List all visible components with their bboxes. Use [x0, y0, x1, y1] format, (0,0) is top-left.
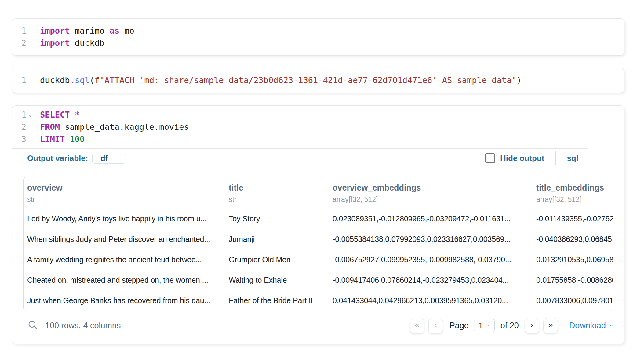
page-total: of 20 [500, 321, 519, 330]
table-cell: 0.0132910535,0.06958 [533, 255, 613, 264]
column-type: array[f32, 512] [333, 195, 529, 204]
code-token: sql [75, 75, 90, 85]
code-text: FROM sample_data.kaggle.movies [40, 121, 189, 133]
chevron-left-icon: ‹ [434, 320, 437, 330]
output-variable-label: Output variable: [27, 154, 88, 163]
page-label: Page [450, 321, 469, 330]
code-token: duckdb [40, 75, 70, 85]
code-token: sample_data.kaggle.movies [60, 122, 189, 132]
code-token: f"ATTACH 'md:_share/sample_data/23b0d623… [95, 75, 517, 85]
table-cell: 0.01755858,-0.0086286 [533, 276, 613, 285]
table-cell: Jumanji [225, 235, 329, 244]
code-token: marimo [70, 26, 110, 35]
sql-query-cell: 1⌄SELECT *2FROM sample_data.kaggle.movie… [12, 105, 624, 344]
column-type: str [229, 195, 325, 204]
chevron-down-icon: ⌄ [486, 322, 490, 328]
code-line: 3LIMIT 100 [12, 133, 624, 145]
hide-output-checkbox[interactable] [485, 153, 495, 163]
table-row: Cheated on, mistreated and stepped on, t… [24, 270, 613, 290]
code-line: 2import duckdb [12, 37, 624, 49]
code-text: import marimo as mo [40, 25, 134, 37]
table-summary: 100 rows, 4 columns [45, 321, 121, 330]
line-number: 1 [12, 25, 26, 37]
cell-footer: Output variable: Hide output sql [12, 148, 624, 168]
code-editor[interactable]: 1duckdb.sql(f"ATTACH 'md:_share/sample_d… [12, 68, 624, 93]
table-toolbar-left: 100 rows, 4 columns [23, 320, 121, 331]
code-cell-attach: 1duckdb.sql(f"ATTACH 'md:_share/sample_d… [12, 68, 624, 93]
code-token: ) [517, 75, 522, 85]
code-token: import [40, 38, 70, 48]
code-token [70, 110, 75, 119]
code-cell-imports: 1import marimo as mo2import duckdb [12, 18, 624, 56]
code-line: 2FROM sample_data.kaggle.movies [12, 121, 624, 133]
line-number: 2 [12, 37, 26, 49]
line-number: 1 [12, 109, 26, 121]
table-cell: -0.011439355,-0.02752 [533, 214, 613, 223]
line-number: 1 [12, 74, 26, 86]
table-cell: Father of the Bride Part II [225, 296, 329, 305]
column-type: array[f32, 512] [536, 195, 610, 204]
code-text: import duckdb [40, 37, 104, 49]
last-page-button[interactable]: » [543, 318, 558, 333]
column-header-overview[interactable]: overviewstr [24, 183, 225, 204]
column-name: overview [27, 183, 221, 193]
download-button[interactable]: Download ⌄ [569, 321, 613, 330]
column-name: title [229, 183, 325, 193]
column-header-overview_embeddings[interactable]: overview_embeddingsarray[f32, 512] [329, 183, 533, 204]
code-token: as [110, 26, 120, 35]
table-row: A family wedding reignites the ancient f… [24, 249, 613, 270]
chevron-right-icon: › [530, 320, 533, 330]
code-token: duckdb [70, 38, 105, 48]
code-token: . [70, 75, 75, 85]
table-cell: Just when George Banks has recovered fro… [24, 296, 225, 305]
table-cell: 0.023089351,-0.012809965,-0.03209472,-0.… [329, 214, 533, 223]
code-token: import [40, 26, 70, 35]
first-page-button[interactable]: « [410, 318, 424, 333]
code-editor[interactable]: 1import marimo as mo2import duckdb [12, 19, 624, 55]
hide-output-label[interactable]: Hide output [500, 154, 544, 163]
table-cell: -0.009417406,0.07860214,-0.023279453,0.0… [329, 276, 533, 285]
table-cell: Waiting to Exhale [225, 276, 329, 285]
table-cell: Led by Woody, Andy's toys live happily i… [24, 214, 225, 223]
code-token: 100 [70, 134, 85, 144]
output-variable-input[interactable] [92, 153, 126, 164]
code-editor[interactable]: 1⌄SELECT *2FROM sample_data.kaggle.movie… [12, 106, 624, 148]
table-cell: A family wedding reignites the ancient f… [24, 255, 225, 264]
next-page-button[interactable]: › [525, 318, 539, 333]
code-line: 1duckdb.sql(f"ATTACH 'md:_share/sample_d… [12, 74, 624, 86]
code-token: FROM [40, 122, 60, 132]
divider [555, 151, 556, 165]
search-icon[interactable] [27, 320, 38, 331]
column-header-title_embeddings[interactable]: title_embeddingsarray[f32, 512] [533, 183, 613, 204]
code-token: mo [119, 26, 134, 35]
language-badge[interactable]: sql [567, 154, 578, 163]
code-text: SELECT * [40, 109, 80, 121]
line-number: 3 [12, 133, 26, 145]
fold-caret-icon[interactable]: ⌄ [26, 108, 35, 120]
table-cell: Toy Story [225, 214, 329, 223]
table-cell: -0.040386293,0.06845 [533, 235, 613, 244]
code-token [65, 134, 70, 144]
result-table: overviewstrtitlestroverview_embeddingsar… [23, 177, 613, 311]
table-cell: -0.0055384138,0.07992093,0.023316627,0.0… [329, 235, 533, 244]
code-token: ( [90, 75, 95, 85]
table-cell: Cheated on, mistreated and stepped on, t… [24, 276, 225, 285]
table-cell: Grumpier Old Men [225, 255, 329, 264]
chevron-down-icon: ⌄ [609, 321, 613, 328]
table-cell: 0.007833006,0.097801 [533, 296, 613, 305]
prev-page-button[interactable]: ‹ [428, 318, 443, 333]
code-token: SELECT [40, 110, 70, 119]
line-number: 2 [12, 121, 26, 133]
table-cell: -0.006752927,0.099952355,-0.009982588,-0… [329, 255, 533, 264]
double-chevron-right-icon: » [548, 320, 553, 330]
code-line: 1⌄SELECT * [12, 109, 624, 121]
table-cell: 0.041433044,0.042966213,0.0039591365,0.0… [329, 296, 533, 305]
table-row: When siblings Judy and Peter discover an… [24, 229, 613, 249]
code-text: duckdb.sql(f"ATTACH 'md:_share/sample_da… [40, 74, 522, 86]
code-text: LIMIT 100 [40, 133, 85, 145]
pagination: « ‹ Page 1 ⌄ of 20 › » Download ⌄ [410, 318, 613, 333]
table-body: Led by Woody, Andy's toys live happily i… [24, 209, 613, 311]
page-select[interactable]: 1 ⌄ [474, 319, 495, 332]
column-header-title[interactable]: titlestr [225, 183, 329, 204]
column-name: title_embeddings [536, 183, 610, 193]
